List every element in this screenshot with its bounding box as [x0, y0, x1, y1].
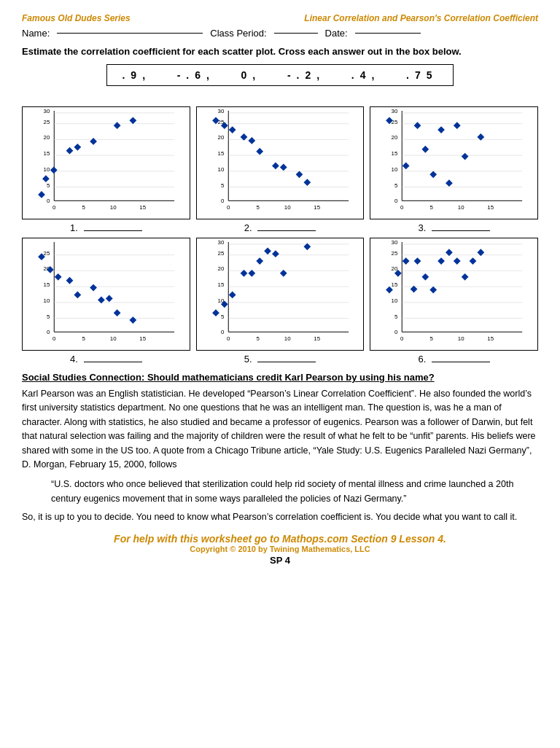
svg-text:5: 5: [82, 335, 86, 342]
svg-text:5: 5: [47, 182, 50, 189]
worksheet-title: Linear Correlation and Pearson's Correla…: [304, 13, 538, 23]
svg-rect-51: [256, 148, 263, 155]
chart-label-2: 2.: [244, 222, 316, 233]
svg-text:5: 5: [256, 204, 260, 211]
chart-box-3: 0 5 10 15 20 25 30 0 5 10 15: [370, 106, 538, 219]
svg-text:30: 30: [44, 108, 50, 114]
svg-rect-167: [438, 257, 446, 265]
footer-link: For help with this worksheet go to Matho…: [22, 533, 538, 545]
chart-svg-2: 0 5 10 15 20 25 30 0 5 10 15: [197, 107, 364, 219]
svg-text:0: 0: [394, 198, 398, 204]
svg-text:15: 15: [44, 150, 50, 157]
svg-text:25: 25: [392, 119, 398, 125]
svg-text:5: 5: [394, 313, 398, 320]
svg-rect-131: [212, 309, 219, 316]
svg-rect-169: [454, 257, 461, 265]
svg-text:5: 5: [256, 335, 260, 342]
svg-text:25: 25: [44, 119, 50, 125]
name-field[interactable]: [57, 33, 203, 34]
svg-text:0: 0: [227, 335, 230, 342]
svg-rect-21: [50, 166, 58, 174]
chart-box-1: 0 5 10 15 20 25 30 0 5 10 15: [22, 106, 190, 219]
svg-text:5: 5: [430, 204, 434, 211]
svg-rect-110: [114, 309, 121, 316]
svg-text:10: 10: [284, 204, 290, 211]
svg-rect-26: [129, 117, 136, 124]
svg-rect-24: [90, 138, 97, 145]
svg-text:10: 10: [44, 297, 50, 304]
svg-text:0: 0: [394, 329, 398, 335]
svg-rect-138: [272, 250, 279, 257]
svg-text:0: 0: [47, 198, 50, 204]
name-label: Name:: [22, 28, 50, 39]
svg-text:10: 10: [110, 204, 117, 211]
svg-text:15: 15: [139, 204, 146, 211]
svg-text:25: 25: [217, 250, 224, 257]
chart-label-3: 3.: [418, 222, 489, 233]
svg-text:15: 15: [217, 150, 224, 157]
svg-text:30: 30: [217, 108, 224, 114]
svg-rect-54: [295, 171, 303, 178]
answer-blank-6[interactable]: [432, 362, 490, 362]
chart-container-1: 0 5 10 15 20 25 30 0 5 10 15: [22, 106, 190, 233]
svg-rect-171: [470, 257, 477, 265]
svg-text:15: 15: [488, 204, 494, 211]
svg-rect-55: [303, 179, 311, 186]
svg-text:5: 5: [430, 335, 434, 342]
answer-blank-1[interactable]: [84, 230, 142, 231]
svg-rect-106: [74, 292, 81, 299]
answer-box: .9, -.6, 0, -.2, .4, .75: [106, 64, 453, 86]
social-studies-title: Social Studies Connection: Should mathem…: [22, 372, 538, 383]
svg-text:0: 0: [52, 204, 56, 211]
chart-container-2: 0 5 10 15 20 25 30 0 5 10 15: [196, 106, 365, 233]
svg-rect-107: [90, 284, 97, 292]
series-title: Famous Old Dudes Series: [22, 13, 131, 23]
svg-rect-48: [228, 126, 236, 133]
answer-blank-3[interactable]: [432, 230, 490, 231]
chart-label-1: 1.: [70, 222, 141, 233]
answer-blank-5[interactable]: [257, 362, 316, 362]
svg-text:15: 15: [488, 335, 494, 342]
svg-text:10: 10: [458, 335, 464, 342]
footer-copyright: Copyright © 2010 by Twining Mathematics,…: [22, 545, 538, 553]
charts-row-1: 0 5 10 15 20 25 30 0 5 10 15: [22, 106, 538, 233]
social-studies-body1: Karl Pearson was an English statistician…: [22, 387, 538, 472]
svg-rect-165: [422, 273, 429, 281]
svg-rect-52: [272, 163, 279, 170]
date-field[interactable]: [355, 33, 421, 34]
svg-text:5: 5: [82, 204, 86, 211]
svg-text:10: 10: [110, 335, 117, 342]
svg-text:15: 15: [217, 281, 224, 288]
svg-text:5: 5: [221, 182, 225, 189]
instructions-text: Estimate the correlation coefficient for…: [22, 46, 538, 57]
answer-blank-2[interactable]: [257, 230, 316, 231]
chart-svg-6: 0 5 10 15 20 25 30 0 5 10 15: [370, 238, 537, 350]
svg-text:0: 0: [47, 329, 50, 335]
chart-box-2: 0 5 10 15 20 25 30 0 5 10 15: [196, 106, 365, 219]
svg-rect-82: [454, 122, 461, 129]
svg-rect-162: [402, 257, 410, 265]
class-label: Class Period:: [210, 28, 266, 39]
svg-rect-137: [264, 247, 271, 254]
svg-text:15: 15: [392, 150, 398, 157]
svg-rect-23: [74, 144, 81, 151]
svg-text:10: 10: [458, 204, 464, 211]
svg-rect-25: [114, 122, 121, 129]
svg-text:25: 25: [44, 250, 50, 257]
svg-rect-104: [55, 273, 62, 281]
svg-text:10: 10: [284, 335, 290, 342]
date-label: Date:: [325, 28, 348, 39]
svg-rect-83: [462, 153, 469, 160]
svg-rect-50: [248, 137, 255, 144]
chart-container-4: 0 5 10 15 20 25 0 5 10 15: [22, 238, 190, 365]
svg-rect-53: [280, 164, 287, 171]
svg-text:15: 15: [139, 335, 146, 342]
chart-svg-4: 0 5 10 15 20 25 0 5 10 15: [23, 238, 190, 350]
svg-text:0: 0: [227, 204, 230, 211]
class-field[interactable]: [274, 33, 318, 34]
svg-rect-136: [256, 257, 263, 265]
svg-rect-79: [430, 171, 438, 178]
svg-rect-81: [446, 179, 453, 187]
answer-blank-4[interactable]: [84, 362, 142, 362]
svg-text:0: 0: [221, 198, 225, 204]
